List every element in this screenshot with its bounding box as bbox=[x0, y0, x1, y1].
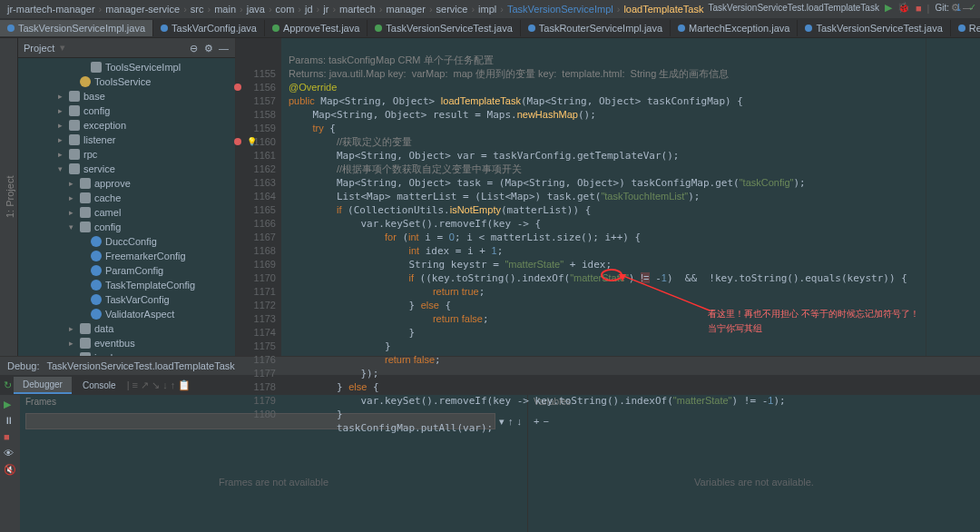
project-tool-tab[interactable]: 1: Project bbox=[5, 42, 15, 352]
annotation-text-1: 看这里！再也不用担心 不等于的时候忘记加符号了！ bbox=[708, 307, 919, 320]
tab-debugger[interactable]: Debugger bbox=[14, 377, 72, 394]
tree-item-listener[interactable]: ▸listener bbox=[18, 133, 235, 147]
crumb[interactable]: martech bbox=[339, 4, 376, 15]
settings-icon[interactable]: ⚙ bbox=[204, 43, 215, 54]
tree-item-validatoraspect[interactable]: ValidatorAspect bbox=[18, 307, 235, 321]
tree-item-impl[interactable]: ▸impl bbox=[18, 350, 235, 356]
left-tool-strip: 1: Project bbox=[0, 38, 18, 356]
crumb[interactable]: java bbox=[247, 4, 265, 15]
remove-watch-icon[interactable]: − bbox=[543, 416, 548, 427]
prev-frame-icon[interactable]: ↑ bbox=[508, 416, 514, 427]
tab-taskvarconfig[interactable]: TaskVarConfig.java bbox=[153, 20, 265, 36]
mute-icon[interactable]: 🔇 bbox=[4, 464, 16, 477]
minimap[interactable] bbox=[926, 38, 980, 356]
crumb-class[interactable]: TaskVersionServiceImpl bbox=[507, 4, 613, 15]
crumb[interactable]: main bbox=[214, 4, 236, 15]
crumb[interactable]: manager bbox=[386, 4, 425, 15]
next-frame-icon[interactable]: ↓ bbox=[517, 416, 523, 427]
crumb[interactable]: impl bbox=[478, 4, 496, 15]
tab-reflecti[interactable]: Reflecti bbox=[951, 20, 980, 36]
tree-item-service[interactable]: ▾service bbox=[18, 162, 235, 176]
tree-item-config[interactable]: ▾config bbox=[18, 220, 235, 234]
tree-item-base[interactable]: ▸base bbox=[18, 89, 235, 103]
breadcrumb-bar: jr-martech-manager› manager-service› src… bbox=[0, 0, 980, 18]
tree-item-toolsserviceimpl[interactable]: ToolsServiceImpl bbox=[18, 60, 235, 74]
editor-tabs: TaskVersionServiceImpl.java TaskVarConfi… bbox=[0, 18, 980, 38]
tab-console[interactable]: Console bbox=[74, 378, 125, 393]
resume-icon[interactable]: ▶ bbox=[4, 399, 16, 411]
tree-item-rpc[interactable]: ▸rpc bbox=[18, 147, 235, 162]
stop-icon[interactable]: ■ bbox=[4, 431, 16, 444]
tab-taskversionserviceimpl[interactable]: TaskVersionServiceImpl.java bbox=[0, 20, 153, 36]
crumb[interactable]: jr bbox=[323, 4, 328, 15]
tree-item-cache[interactable]: ▸cache bbox=[18, 191, 235, 205]
crumb-method[interactable]: loadTemplateTask bbox=[623, 4, 703, 15]
git-label[interactable]: Git: bbox=[935, 3, 949, 13]
tree-item-data[interactable]: ▸data bbox=[18, 321, 235, 336]
tab-approvetest[interactable]: ApproveTest.java bbox=[265, 20, 368, 36]
project-tree[interactable]: ToolsServiceImplToolsService▸base▸config… bbox=[18, 58, 235, 356]
debug-config-name[interactable]: TaskVersionServiceTest.loadTemplateTask bbox=[46, 360, 234, 371]
tab-taskversionservicetest[interactable]: TaskVersionServiceTest.java bbox=[368, 20, 520, 36]
pause-icon[interactable]: ⏸ bbox=[4, 415, 16, 428]
svg-line-0 bbox=[619, 274, 710, 310]
debug-header: Debug: TaskVersionServiceTest.loadTempla… bbox=[0, 357, 980, 375]
tab-taskrouter[interactable]: TaskRouterServiceImpl.java bbox=[521, 20, 671, 36]
crumb[interactable]: manager-service bbox=[105, 4, 180, 15]
tree-item-paramconfig[interactable]: ParamConfig bbox=[18, 263, 235, 278]
debug-side-toolbar: ▶ ⏸ ■ 👁 🔇 bbox=[0, 395, 20, 532]
crumb[interactable]: src bbox=[191, 4, 204, 15]
tree-item-taskvarconfig[interactable]: TaskVarConfig bbox=[18, 292, 235, 307]
tree-item-toolsservice[interactable]: ToolsService bbox=[18, 74, 235, 89]
crumb[interactable]: jr-martech-manager bbox=[7, 4, 95, 15]
tree-item-config[interactable]: ▸config bbox=[18, 103, 235, 118]
top-toolbar: TaskVersionServiceTest.loadTemplateTask … bbox=[708, 2, 976, 14]
tree-item-freemarkerconfig[interactable]: FreemarkerConfig bbox=[18, 249, 235, 263]
rerun-icon[interactable]: ↻ bbox=[4, 379, 12, 391]
code-area[interactable]: Params: taskConfigMap CRM 单个子任务配置 Return… bbox=[281, 38, 926, 356]
variables-empty-text: Variables are not available. bbox=[528, 431, 980, 532]
tree-item-exception[interactable]: ▸exception bbox=[18, 118, 235, 133]
frames-empty-text: Frames are not available bbox=[20, 431, 527, 532]
project-header: Project ▾ ⊖ ⚙ — bbox=[18, 38, 235, 58]
tree-item-camel[interactable]: ▸camel bbox=[18, 205, 235, 220]
tree-item-eventbus[interactable]: ▸eventbus bbox=[18, 336, 235, 350]
annotation-arrow bbox=[619, 274, 719, 320]
crumb[interactable]: service bbox=[436, 4, 468, 15]
debug-icon[interactable]: 🐞 bbox=[897, 2, 910, 14]
tree-item-tasktemplateconfig[interactable]: TaskTemplateConfig bbox=[18, 278, 235, 292]
add-watch-icon[interactable]: + bbox=[534, 416, 539, 427]
crumb[interactable]: com bbox=[276, 4, 295, 15]
tree-item-approve[interactable]: ▸approve bbox=[18, 176, 235, 191]
debug-tabs: ↻ Debugger Console | ≡ ↗ ↘ ↓ ↑ 📋 bbox=[0, 375, 980, 395]
debug-panel: Debug: TaskVersionServiceTest.loadTempla… bbox=[0, 356, 980, 532]
dropdown-icon[interactable]: ▾ bbox=[499, 416, 505, 428]
project-title: Project bbox=[24, 43, 54, 54]
run-icon[interactable]: ▶ bbox=[885, 2, 892, 14]
hide-icon[interactable]: — bbox=[219, 43, 230, 54]
crumb[interactable]: jd bbox=[305, 4, 313, 15]
project-panel: Project ▾ ⊖ ⚙ — ToolsServiceImplToolsSer… bbox=[18, 38, 236, 356]
variables-panel: Variables +− Variables are not available… bbox=[528, 395, 980, 532]
tab-martechexception[interactable]: MartechException.java bbox=[671, 20, 798, 36]
gear-icon[interactable]: ⚙ — bbox=[951, 2, 973, 14]
gutter[interactable]: 1155115611571158115911601161116211631164… bbox=[236, 38, 281, 356]
stop-icon[interactable]: ■ bbox=[916, 3, 922, 14]
view-breakpoints-icon[interactable]: 👁 bbox=[4, 448, 16, 460]
run-config-selector[interactable]: TaskVersionServiceTest.loadTemplateTask bbox=[708, 3, 878, 13]
tree-item-duccconfig[interactable]: DuccConfig bbox=[18, 234, 235, 249]
collapse-icon[interactable]: ⊖ bbox=[190, 43, 201, 54]
code-editor[interactable]: 1155115611571158115911601161116211631164… bbox=[236, 38, 980, 356]
annotation-text-2: 当宁你写其组 bbox=[708, 321, 762, 335]
tab-taskversionservicetest2[interactable]: TaskVersionServiceTest.java bbox=[798, 20, 950, 36]
debug-label: Debug: bbox=[7, 360, 39, 371]
svg-marker-1 bbox=[619, 274, 626, 281]
